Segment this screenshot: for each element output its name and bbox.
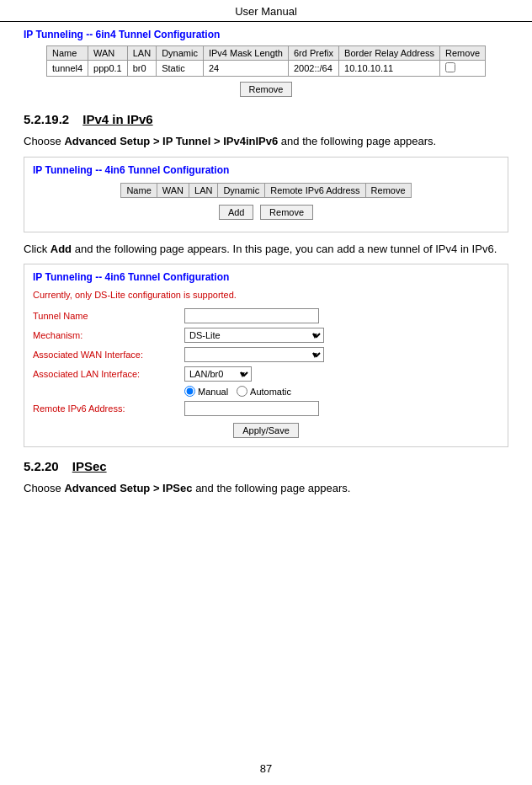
col-6rdprefix: 6rd Prefix — [288, 46, 338, 61]
col-dynamic: Dynamic — [157, 46, 204, 61]
body2-post: and the following page appears. In this … — [72, 243, 497, 255]
radio-automatic-label: Automatic — [250, 387, 291, 397]
section-heading-5220: 5.2.20 IPSec — [24, 459, 508, 473]
input-remote-ipv6[interactable] — [184, 401, 319, 416]
page-number: 87 — [260, 762, 272, 775]
form-row-lan: Associated LAN Interface: LAN/br0 ▼ — [33, 366, 499, 382]
cell-ipv4mask: 24 — [203, 61, 288, 77]
header-title: User Manual — [235, 5, 297, 18]
panel-dslite: IP Tunneling -- 4in6 Tunnel Configuratio… — [24, 264, 508, 447]
cell-checkbox[interactable] — [440, 61, 486, 77]
ds-note: Currently, only DS-Lite configuration is… — [33, 290, 499, 300]
body1-pre: Choose — [24, 135, 64, 147]
section-6in4: IP Tunneling -- 6in4 Tunnel Configuratio… — [24, 29, 508, 97]
body-text-5220: Choose Advanced Setup > IPSec and the fo… — [24, 480, 508, 497]
remove-button-6in4[interactable]: Remove — [240, 82, 293, 97]
add-button-4in6[interactable]: Add — [219, 205, 254, 220]
radio-manual-label: Manual — [198, 387, 228, 397]
radio-manual-item: Manual — [184, 386, 228, 397]
col-borderrelay: Border Relay Address — [339, 46, 440, 61]
section-number-5220: 5.2.20 — [24, 459, 59, 473]
apply-btn-row: Apply/Save — [33, 423, 499, 438]
panel-4in6-1: IP Tunneling -- 4in6 Tunnel Configuratio… — [24, 157, 508, 232]
radio-automatic-item: Automatic — [237, 386, 291, 397]
label-wan: Associated WAN Interface: — [33, 350, 184, 360]
col-name: Name — [46, 46, 88, 61]
page-header: User Manual — [0, 0, 532, 22]
cell-lan: br0 — [127, 61, 156, 77]
page-footer: 87 — [0, 762, 532, 775]
cell-6rdprefix: 2002::/64 — [288, 61, 338, 77]
remove-button-4in6[interactable]: Remove — [260, 205, 313, 220]
body5220-bold: Advanced Setup > IPSec — [64, 482, 192, 494]
form-row-tunnel-name: Tunnel Name — [33, 308, 499, 323]
apply-save-button[interactable]: Apply/Save — [233, 423, 299, 438]
col4-wan: WAN — [157, 183, 189, 197]
body1-post: and the following page appears. — [278, 135, 436, 147]
radio-automatic[interactable] — [237, 386, 247, 397]
cell-name: tunnel4 — [46, 61, 88, 77]
select-lan[interactable]: LAN/br0 — [184, 366, 252, 382]
form-row-wan: Associated WAN Interface: ▼ — [33, 347, 499, 362]
cell-dynamic: Static — [157, 61, 204, 77]
label-remote: Remote IPv6 Address: — [33, 403, 184, 414]
table-row: tunnel4 ppp0.1 br0 Static 24 2002::/64 1… — [46, 61, 485, 77]
col-ipv4mask: IPv4 Mask Length — [203, 46, 288, 61]
form-row-remote: Remote IPv6 Address: — [33, 401, 499, 416]
col4-dynamic: Dynamic — [218, 183, 265, 197]
col4-remoteipv6: Remote IPv6 Address — [265, 183, 365, 197]
body-text-2: Click Add and the following page appears… — [24, 241, 508, 258]
col4-remove: Remove — [365, 183, 411, 197]
select-wan[interactable] — [184, 347, 324, 362]
form-row-mechanism: Mechanism: DS-Lite ▼ — [33, 328, 499, 343]
radio-row-manual-auto: Manual Automatic — [184, 386, 499, 397]
label-mechanism: Mechanism: — [33, 330, 184, 340]
panel-title-4in6: IP Tunneling -- 4in6 Tunnel Configuratio… — [33, 164, 499, 176]
col-lan: LAN — [127, 46, 156, 61]
col4-lan: LAN — [189, 183, 218, 197]
label-lan: Associated LAN Interface: — [33, 369, 184, 379]
col4-name: Name — [121, 183, 157, 197]
body-text-1: Choose Advanced Setup > IP Tunnel > IPv4… — [24, 133, 508, 150]
section-title-5219: IPv4 in IPv6 — [82, 112, 152, 126]
table-6in4: Name WAN LAN Dynamic IPv4 Mask Length 6r… — [46, 45, 486, 77]
input-tunnel-name[interactable] — [184, 308, 319, 323]
body2-bold: Add — [51, 243, 72, 255]
body1-bold: Advanced Setup > IP Tunnel > IPv4inIPv6 — [64, 135, 278, 147]
col-wan: WAN — [88, 46, 128, 61]
select-mechanism[interactable]: DS-Lite — [184, 328, 324, 343]
panel-title-6in4: IP Tunneling -- 6in4 Tunnel Configuratio… — [24, 29, 508, 40]
label-tunnel-name: Tunnel Name — [33, 311, 184, 321]
col-remove-hdr: Remove — [440, 46, 486, 61]
section-number-5219: 5.2.19.2 — [24, 112, 69, 126]
body5220-pre: Choose — [24, 482, 64, 494]
section-heading-5219: 5.2.19.2 IPv4 in IPv6 — [24, 112, 508, 126]
table-4in6: Name WAN LAN Dynamic Remote IPv6 Address… — [120, 183, 411, 198]
body5220-post: and the following page appears. — [193, 482, 351, 494]
section-title-5220: IPSec — [72, 459, 107, 473]
cell-borderrelay: 10.10.10.11 — [339, 61, 440, 77]
radio-manual[interactable] — [184, 386, 195, 397]
body2-pre: Click — [24, 243, 51, 255]
cell-wan: ppp0.1 — [88, 61, 128, 77]
panel-title-dslite: IP Tunneling -- 4in6 Tunnel Configuratio… — [33, 271, 499, 283]
